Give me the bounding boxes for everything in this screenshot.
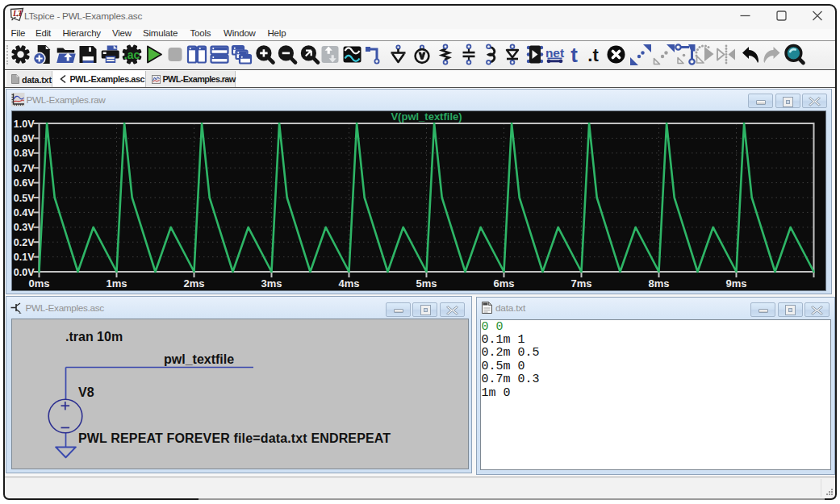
svg-text:0.0V: 0.0V <box>13 267 34 278</box>
svg-text:0.9V: 0.9V <box>13 133 34 144</box>
svg-text:0.8V: 0.8V <box>13 148 34 159</box>
svg-text:net: net <box>545 46 564 60</box>
svg-text:5ms: 5ms <box>416 277 437 289</box>
svg-text:6ms: 6ms <box>493 277 514 289</box>
svg-text:7ms: 7ms <box>570 277 591 289</box>
svg-text:.ac: .ac <box>124 48 140 61</box>
svg-text:2ms: 2ms <box>183 277 204 289</box>
svg-text:t: t <box>570 43 578 67</box>
svg-text:8ms: 8ms <box>648 277 669 289</box>
svg-text:9ms: 9ms <box>725 277 746 289</box>
svg-text:0ms: 0ms <box>28 277 49 289</box>
svg-text:0.7V: 0.7V <box>13 163 34 174</box>
svg-text:3ms: 3ms <box>261 277 282 289</box>
svg-text:0.4V: 0.4V <box>13 207 34 219</box>
svg-text:0.1V: 0.1V <box>13 252 34 263</box>
svg-text:1.0V: 1.0V <box>13 119 34 130</box>
svg-text:.t: .t <box>587 45 599 65</box>
svg-text:0.5V: 0.5V <box>13 193 34 204</box>
svg-text:0.6V: 0.6V <box>13 177 34 189</box>
svg-text:1ms: 1ms <box>106 277 127 289</box>
svg-text:V(pwl_textfile): V(pwl_textfile) <box>391 110 462 123</box>
svg-text:4ms: 4ms <box>338 277 359 289</box>
svg-text:0.2V: 0.2V <box>13 237 34 248</box>
svg-text:0.3V: 0.3V <box>13 222 34 233</box>
svg-text:LT: LT <box>12 9 23 18</box>
